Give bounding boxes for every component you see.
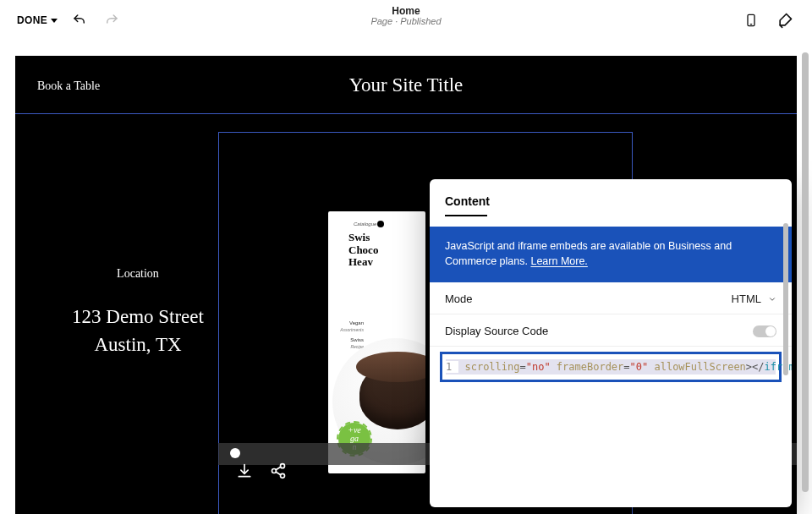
svg-line-5 — [276, 467, 281, 470]
logo-dot-icon — [377, 221, 384, 227]
mode-row[interactable]: Mode HTML — [430, 282, 792, 314]
page-info: Home Page · Published — [370, 5, 441, 26]
notice-text: JavaScript and iframe embeds are availab… — [445, 240, 732, 267]
mode-value: HTML — [732, 293, 761, 305]
tab-underline — [445, 215, 487, 216]
chevron-down-icon — [768, 295, 776, 303]
display-source-toggle[interactable] — [753, 325, 776, 337]
section-divider — [15, 113, 797, 114]
code-line[interactable]: scrolling="no" frameBorder="0" allowFull… — [458, 361, 792, 373]
location-heading: Location — [32, 267, 244, 281]
done-label: DONE — [17, 14, 47, 26]
share-icon[interactable] — [269, 462, 288, 480]
code-editor[interactable]: 1 scrolling="no" frameBorder="0" allowFu… — [440, 352, 782, 382]
display-source-row: Display Source Code — [430, 314, 792, 347]
site-title[interactable]: Your Site Title — [349, 74, 463, 96]
learn-more-link[interactable]: Learn More. — [530, 255, 587, 267]
upgrade-notice: JavaScript and iframe embeds are availab… — [430, 227, 792, 282]
page-subtitle: Page · Published — [370, 16, 441, 26]
embed-preview-card: Catalogue Swis Choco Heav VeganAssortmen… — [328, 211, 425, 473]
app-viewport: DONE Home Page · Published Book a Table … — [0, 0, 812, 514]
editor-toolbar: DONE Home Page · Published — [0, 0, 812, 41]
caret-down-icon — [51, 19, 58, 23]
redo-button — [102, 10, 122, 30]
mode-label: Mode — [445, 293, 473, 305]
location-line1: 123 Demo Street — [32, 303, 244, 331]
content-panel: Content JavaScript and iframe embeds are… — [430, 179, 792, 507]
card-eyebrow: Catalogue — [354, 221, 376, 227]
panel-tab-content[interactable]: Content — [445, 194, 792, 208]
panel-scrollbar[interactable] — [783, 223, 788, 375]
display-source-label: Display Source Code — [445, 325, 548, 337]
card-heading: Swis Choco Heav — [348, 232, 378, 269]
page-scrollbar[interactable] — [802, 52, 809, 492]
undo-button[interactable] — [69, 10, 90, 30]
nav-link-book-table[interactable]: Book a Table — [37, 79, 100, 93]
location-line2: Austin, TX — [32, 331, 244, 358]
styles-brush-button[interactable] — [775, 10, 795, 30]
location-block: Location 123 Demo Street Austin, TX — [32, 267, 244, 359]
code-gutter: 1 — [446, 361, 458, 373]
playback-handle[interactable] — [230, 448, 240, 458]
done-button[interactable]: DONE — [17, 14, 58, 26]
mobile-preview-button[interactable] — [741, 10, 761, 30]
page-title: Home — [370, 5, 441, 17]
download-icon[interactable] — [235, 462, 254, 480]
svg-line-6 — [276, 472, 281, 475]
